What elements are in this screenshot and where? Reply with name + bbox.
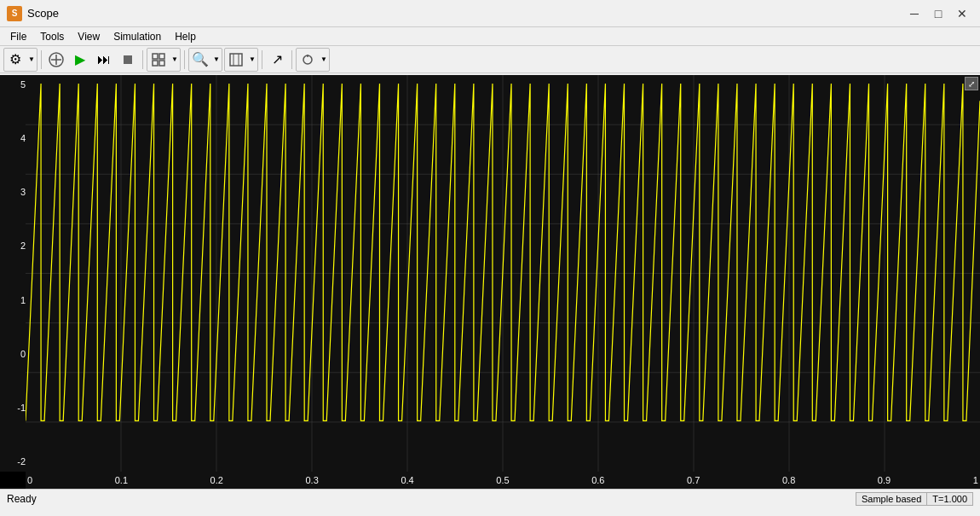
layout-button[interactable] bbox=[147, 49, 170, 71]
svg-rect-6 bbox=[159, 61, 164, 66]
settings-dropdown[interactable]: ▼ bbox=[26, 49, 37, 71]
separator-1 bbox=[41, 50, 42, 69]
status-bar: Ready Sample based T=1.000 bbox=[0, 489, 980, 507]
svg-rect-4 bbox=[159, 54, 164, 59]
cursor-button[interactable]: ↗ bbox=[266, 49, 288, 71]
menu-file[interactable]: File bbox=[3, 29, 33, 44]
fit-dropdown[interactable]: ▼ bbox=[247, 49, 257, 71]
svg-rect-5 bbox=[153, 61, 158, 66]
plot-area[interactable] bbox=[26, 75, 980, 472]
x-axis: 0 0.1 0.2 0.3 0.4 0.5 0.6 0.7 0.8 0.9 1 bbox=[26, 472, 980, 489]
style-group: ▼ bbox=[296, 48, 330, 72]
title-bar: S Scope ─ □ ✕ bbox=[0, 0, 980, 27]
menu-view[interactable]: View bbox=[71, 29, 107, 44]
zoom-dropdown[interactable]: ▼ bbox=[211, 49, 222, 71]
x-label-09: 0.9 bbox=[878, 475, 891, 485]
zoom-group: 🔍 ▼ bbox=[188, 48, 222, 72]
y-label-2: 2 bbox=[2, 241, 26, 251]
y-label-neg2: -2 bbox=[2, 457, 26, 467]
fit-group: ▼ bbox=[224, 48, 258, 72]
status-right: Sample based T=1.000 bbox=[856, 492, 973, 506]
stop-button[interactable]: ⏹ bbox=[117, 49, 139, 71]
layout-group: ▼ bbox=[147, 48, 181, 72]
status-sample-based: Sample based bbox=[856, 492, 927, 506]
status-time: T=1.000 bbox=[927, 492, 973, 506]
x-label-07: 0.7 bbox=[687, 475, 700, 485]
style-button[interactable] bbox=[297, 49, 319, 71]
y-label-3: 3 bbox=[2, 188, 26, 197]
y-label-5: 5 bbox=[2, 80, 26, 90]
waveform-svg bbox=[26, 75, 980, 472]
expand-button[interactable]: ⤢ bbox=[965, 77, 978, 90]
x-label-01: 0.1 bbox=[115, 475, 128, 485]
toolbar: ⚙ ▼ ▶ ⏭ ⏹ ▼ 🔍 ▼ ▼ ↗ ▼ bbox=[0, 46, 980, 73]
x-label-1: 1 bbox=[973, 475, 978, 485]
x-label-06: 0.6 bbox=[591, 475, 604, 485]
plot-container: ⤢ 5 4 3 2 1 0 -1 -2 bbox=[0, 73, 980, 489]
menu-help[interactable]: Help bbox=[168, 29, 203, 44]
separator-4 bbox=[262, 50, 262, 69]
plot-wrapper: ⤢ 5 4 3 2 1 0 -1 -2 bbox=[0, 75, 980, 489]
settings-group: ⚙ ▼ bbox=[3, 48, 37, 72]
close-button[interactable]: ✕ bbox=[951, 4, 973, 23]
y-label-neg1: -1 bbox=[2, 403, 26, 413]
restore-button[interactable]: □ bbox=[927, 4, 949, 23]
title-bar-left: S Scope bbox=[7, 6, 59, 21]
x-label-05: 0.5 bbox=[496, 475, 509, 485]
svg-rect-7 bbox=[230, 54, 242, 66]
x-label-03: 0.3 bbox=[306, 475, 319, 485]
y-axis: 5 4 3 2 1 0 -1 -2 bbox=[0, 75, 26, 472]
minimize-button[interactable]: ─ bbox=[903, 4, 925, 23]
status-ready: Ready bbox=[7, 493, 37, 505]
separator-3 bbox=[184, 50, 185, 69]
y-label-4: 4 bbox=[2, 134, 26, 143]
x-label-0: 0 bbox=[27, 475, 32, 485]
separator-2 bbox=[142, 50, 143, 69]
window-title: Scope bbox=[27, 7, 59, 20]
play-button[interactable]: ▶ bbox=[69, 49, 91, 71]
menu-tools[interactable]: Tools bbox=[33, 29, 71, 44]
menu-simulation[interactable]: Simulation bbox=[107, 29, 168, 44]
x-label-08: 0.8 bbox=[782, 475, 795, 485]
app-icon: S bbox=[7, 6, 22, 21]
separator-5 bbox=[291, 50, 292, 69]
y-label-1: 1 bbox=[2, 296, 26, 305]
x-label-02: 0.2 bbox=[210, 475, 223, 485]
y-label-0: 0 bbox=[2, 350, 26, 359]
menu-bar: File Tools View Simulation Help bbox=[0, 27, 980, 46]
settings-button[interactable]: ⚙ bbox=[4, 49, 26, 71]
layout-dropdown[interactable]: ▼ bbox=[170, 49, 180, 71]
x-label-04: 0.4 bbox=[401, 475, 413, 485]
step-button[interactable]: ⏭ bbox=[93, 49, 115, 71]
open-button[interactable] bbox=[45, 49, 67, 71]
fit-button[interactable] bbox=[225, 49, 247, 71]
zoom-button[interactable]: 🔍 bbox=[189, 49, 211, 71]
style-dropdown[interactable]: ▼ bbox=[319, 49, 329, 71]
svg-rect-3 bbox=[153, 54, 158, 59]
window-controls: ─ □ ✕ bbox=[903, 4, 973, 23]
